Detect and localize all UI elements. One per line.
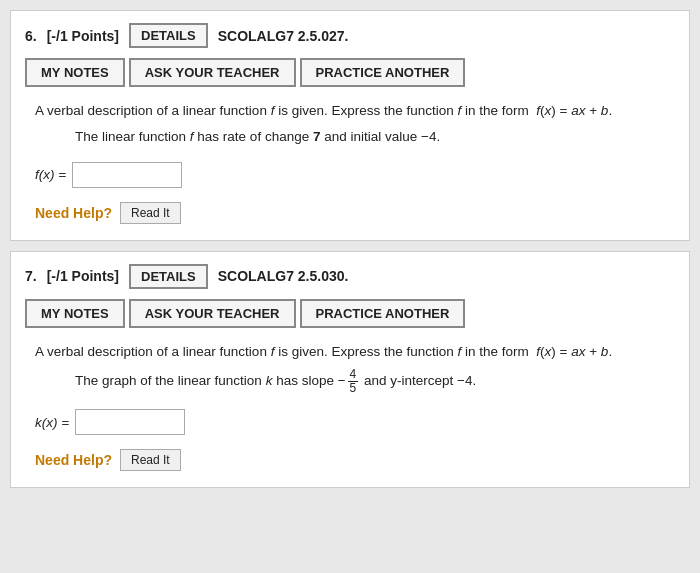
question-code-7: SCOLALG7 2.5.030. — [218, 268, 349, 284]
button-row-6: MY NOTES ASK YOUR TEACHER PRACTICE ANOTH… — [25, 58, 675, 87]
input-row-7: k(x) = — [35, 409, 665, 435]
button-row-7: MY NOTES ASK YOUR TEACHER PRACTICE ANOTH… — [25, 299, 675, 328]
question-block-6: 6. [-/1 Points] DETAILS SCOLALG7 2.5.027… — [10, 10, 690, 241]
details-button-7[interactable]: DETAILS — [129, 264, 208, 289]
input-row-6: f(x) = — [35, 162, 665, 188]
need-help-label-6: Need Help? — [35, 205, 112, 221]
question-body-6: A verbal description of a linear functio… — [25, 101, 675, 224]
question-number-7: 7. — [25, 268, 37, 284]
answer-input-6[interactable] — [72, 162, 182, 188]
answer-input-7[interactable] — [75, 409, 185, 435]
read-it-button-7[interactable]: Read It — [120, 449, 181, 471]
question-block-7: 7. [-/1 Points] DETAILS SCOLALG7 2.5.030… — [10, 251, 690, 489]
read-it-button-6[interactable]: Read It — [120, 202, 181, 224]
question-header-6: 6. [-/1 Points] DETAILS SCOLALG7 2.5.027… — [25, 23, 675, 48]
ask-teacher-button-6[interactable]: ASK YOUR TEACHER — [129, 58, 296, 87]
need-help-row-6: Need Help? Read It — [35, 202, 665, 224]
fraction-4-5: 45 — [348, 368, 359, 395]
details-button-6[interactable]: DETAILS — [129, 23, 208, 48]
description-text-7: A verbal description of a linear functio… — [35, 342, 665, 362]
question-points-7: [-/1 Points] — [47, 268, 119, 284]
sub-description-7: The graph of the linear function k has s… — [35, 368, 665, 395]
input-label-6: f(x) = — [35, 167, 66, 182]
description-text-6: A verbal description of a linear functio… — [35, 101, 665, 121]
my-notes-button-7[interactable]: MY NOTES — [25, 299, 125, 328]
question-body-7: A verbal description of a linear functio… — [25, 342, 675, 472]
question-code-6: SCOLALG7 2.5.027. — [218, 28, 349, 44]
need-help-row-7: Need Help? Read It — [35, 449, 665, 471]
practice-another-button-7[interactable]: PRACTICE ANOTHER — [300, 299, 466, 328]
need-help-label-7: Need Help? — [35, 452, 112, 468]
practice-another-button-6[interactable]: PRACTICE ANOTHER — [300, 58, 466, 87]
question-number-6: 6. — [25, 28, 37, 44]
page-wrapper: 6. [-/1 Points] DETAILS SCOLALG7 2.5.027… — [0, 0, 700, 498]
sub-description-6: The linear function f has rate of change… — [35, 127, 665, 147]
question-header-7: 7. [-/1 Points] DETAILS SCOLALG7 2.5.030… — [25, 264, 675, 289]
ask-teacher-button-7[interactable]: ASK YOUR TEACHER — [129, 299, 296, 328]
my-notes-button-6[interactable]: MY NOTES — [25, 58, 125, 87]
input-label-7: k(x) = — [35, 415, 69, 430]
question-points-6: [-/1 Points] — [47, 28, 119, 44]
